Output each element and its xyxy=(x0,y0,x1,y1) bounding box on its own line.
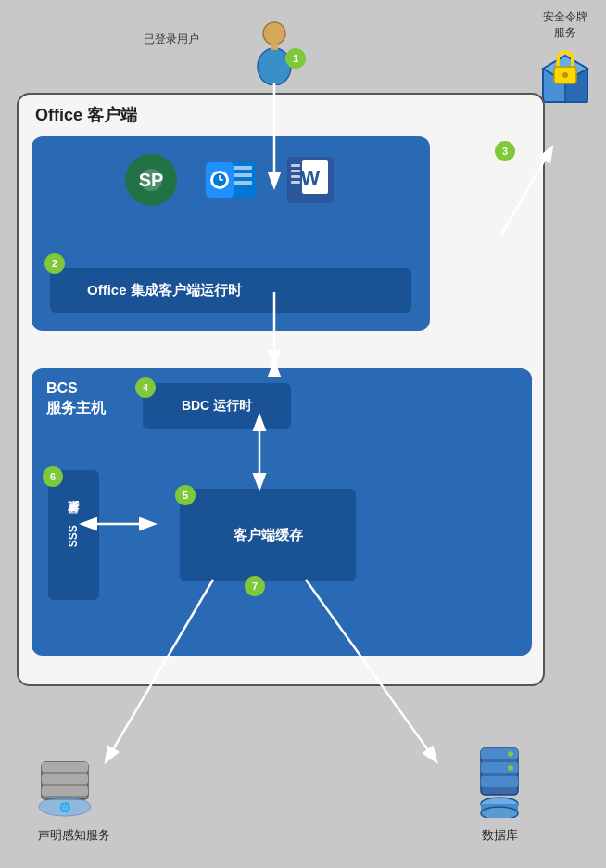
office-client-label: Office 客户端 xyxy=(35,104,137,126)
claims-service-group: 🌐 声明感知服务 xyxy=(37,753,111,844)
runtime-bar-label: Office 集成客户端运行时 xyxy=(87,282,242,300)
svg-rect-28 xyxy=(42,762,88,772)
client-cache-label: 客户端缓存 xyxy=(234,527,303,544)
database-icon xyxy=(467,744,532,818)
bdc-runtime-label: BDC 运行时 xyxy=(182,398,252,415)
sharepoint-icon: SP xyxy=(124,153,178,207)
svg-rect-18 xyxy=(234,173,252,177)
badge-7: 7 xyxy=(245,576,265,596)
svg-rect-30 xyxy=(42,786,88,796)
sss-label: SSS 扩展框架 xyxy=(67,522,82,547)
svg-rect-23 xyxy=(291,164,300,167)
badge-1: 1 xyxy=(285,48,306,69)
user-label: 已登录用户 xyxy=(144,32,199,47)
badge-5: 5 xyxy=(175,485,196,505)
svg-rect-25 xyxy=(291,175,300,178)
svg-rect-26 xyxy=(291,181,300,184)
security-token-group: 安全令牌 服务 xyxy=(534,9,597,109)
bdc-runtime-box: BDC 运行时 xyxy=(143,383,291,429)
word-icon: W xyxy=(284,153,337,207)
badge-2: 2 xyxy=(44,253,65,274)
database-label: 数据库 xyxy=(467,827,532,844)
svg-rect-29 xyxy=(42,774,88,784)
database-group: 数据库 xyxy=(467,744,532,844)
bcs-server-box: BCS 服务主机 BDC 运行时 4 SSS 扩展框架 6 客户端缓存 5 7 xyxy=(32,368,532,656)
badge-4: 4 xyxy=(135,377,156,398)
svg-rect-2 xyxy=(271,43,278,50)
svg-text:🌐: 🌐 xyxy=(59,801,71,813)
sss-box: SSS 扩展框架 xyxy=(48,470,99,600)
svg-point-38 xyxy=(508,765,513,771)
svg-point-10 xyxy=(140,169,162,191)
badge-3: 3 xyxy=(495,141,515,161)
runtime-bar: Office 集成客户端运行时 xyxy=(50,268,411,313)
svg-rect-17 xyxy=(234,166,252,170)
bcs-label: BCS 服务主机 xyxy=(46,379,106,418)
app-icons-row: SP xyxy=(32,153,430,207)
upper-panel: SP xyxy=(32,136,430,331)
svg-point-0 xyxy=(263,22,285,45)
svg-point-41 xyxy=(481,807,518,818)
outlook-icon xyxy=(204,153,258,207)
svg-rect-19 xyxy=(234,181,252,185)
svg-point-37 xyxy=(508,751,513,757)
office-client-box: Office 客户端 SP xyxy=(17,93,545,686)
client-cache-box: 客户端缓存 xyxy=(180,489,356,581)
svg-point-7 xyxy=(562,72,568,78)
svg-rect-36 xyxy=(481,776,518,787)
security-token-label1: 安全令牌 xyxy=(534,9,597,25)
security-token-label2: 服务 xyxy=(534,25,597,41)
badge-6: 6 xyxy=(43,466,63,487)
claims-label: 声明感知服务 xyxy=(37,827,111,844)
claims-service-icon: 🌐 xyxy=(37,753,111,818)
svg-text:W: W xyxy=(301,166,321,189)
security-token-icon xyxy=(534,43,597,106)
diagram-area: 已登录用户 1 安全令牌 服务 3 Office 客户端 xyxy=(0,0,606,868)
svg-rect-24 xyxy=(291,170,300,172)
